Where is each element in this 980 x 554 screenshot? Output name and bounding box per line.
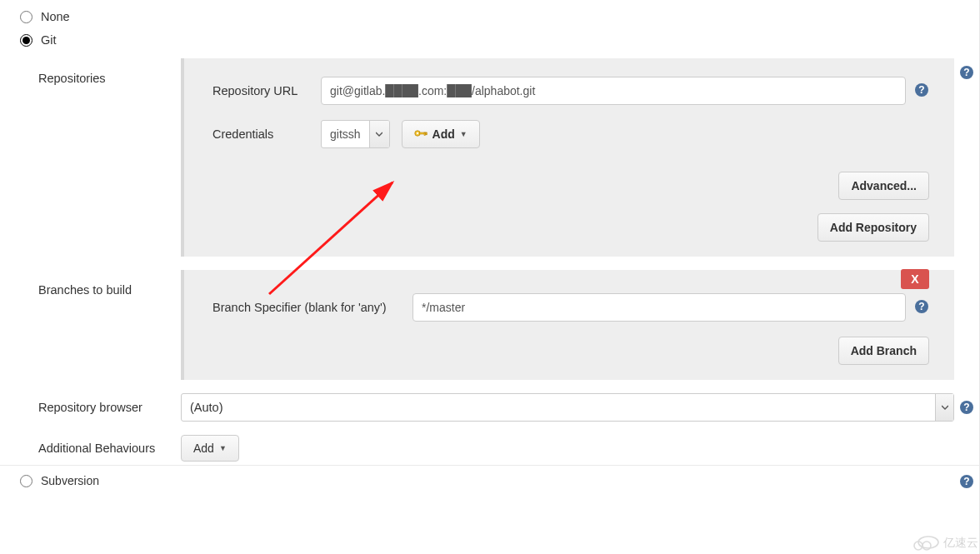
watermark: 亿速云 <box>908 534 978 552</box>
svg-text:?: ? <box>963 402 969 413</box>
scm-subversion-label: Subversion <box>41 474 99 487</box>
branch-specifier-input[interactable] <box>412 293 906 322</box>
add-behaviour-button[interactable]: Add ▼ <box>181 435 239 462</box>
add-credentials-button[interactable]: Add ▼ <box>402 120 480 148</box>
repo-browser-label: Repository browser <box>38 401 181 414</box>
help-icon[interactable]: ? <box>959 65 974 80</box>
repositories-panel: Repository URL ? Credentials <box>181 58 954 257</box>
svg-point-5 <box>416 132 418 134</box>
add-credentials-label: Add <box>432 127 455 141</box>
chevron-down-icon <box>369 121 389 147</box>
caret-down-icon: ▼ <box>460 130 468 138</box>
branches-panel: X Branch Specifier (blank for 'any') ? <box>181 270 954 380</box>
help-icon[interactable]: ? <box>914 299 929 317</box>
credentials-selected: gitssh <box>322 121 369 147</box>
svg-rect-8 <box>426 132 427 135</box>
svg-text:?: ? <box>918 84 924 96</box>
add-branch-button[interactable]: Add Branch <box>838 337 929 365</box>
add-repository-button[interactable]: Add Repository <box>818 213 929 242</box>
svg-text:?: ? <box>963 67 969 78</box>
svg-rect-7 <box>424 132 426 136</box>
credentials-label: Credentials <box>212 127 321 141</box>
key-icon <box>414 127 428 141</box>
credentials-select[interactable]: gitssh <box>321 120 390 148</box>
chevron-down-icon <box>935 394 953 421</box>
scm-subversion-radio[interactable] <box>20 475 32 487</box>
scm-none-label: None <box>41 10 70 23</box>
caret-down-icon: ▼ <box>219 444 227 452</box>
help-icon[interactable]: ? <box>914 82 929 100</box>
scm-none-radio[interactable] <box>20 11 32 23</box>
delete-branch-button[interactable]: X <box>901 269 929 289</box>
svg-text:?: ? <box>963 476 969 487</box>
branch-specifier-label: Branch Specifier (blank for 'any') <box>212 301 412 314</box>
repositories-label: Repositories <box>38 58 181 85</box>
repository-url-label: Repository URL <box>212 84 321 97</box>
scm-git-label: Git <box>41 33 57 47</box>
repo-browser-select[interactable]: (Auto) <box>181 393 954 422</box>
help-icon[interactable]: ? <box>959 400 974 415</box>
help-icon[interactable]: ? <box>959 474 974 492</box>
repo-browser-selected: (Auto) <box>182 394 935 421</box>
additional-behaviours-label: Additional Behaviours <box>38 442 181 455</box>
repository-url-input[interactable] <box>321 77 906 105</box>
svg-text:?: ? <box>918 301 924 312</box>
advanced-button[interactable]: Advanced... <box>838 172 929 200</box>
branches-label: Branches to build <box>38 270 181 297</box>
scm-git-radio[interactable] <box>20 34 32 47</box>
